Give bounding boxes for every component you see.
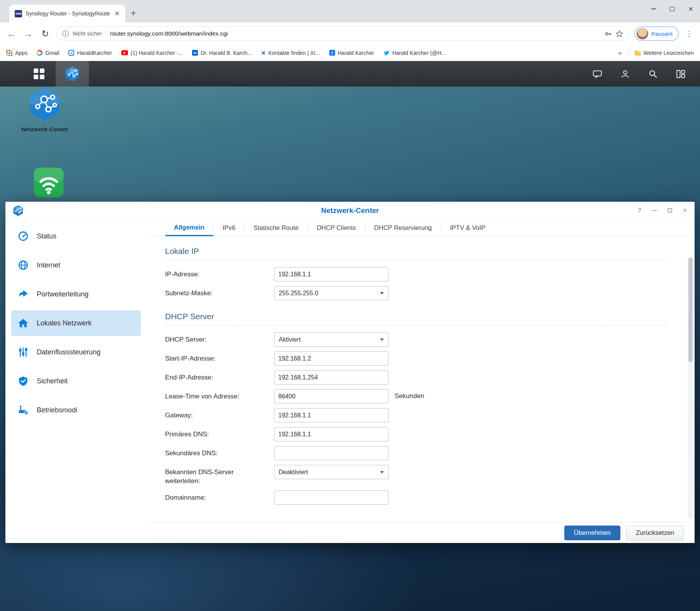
bookmark-xing[interactable]: ✕ Kontakte finden | XI...	[261, 50, 320, 56]
sidebar-item-datenflusssteuerung[interactable]: Datenflusssteuerung	[11, 339, 141, 365]
wifi-shortcut[interactable]	[32, 166, 65, 200]
form-row-start-ip: Start-IP-Adresse:	[165, 351, 668, 366]
bookmark-haraldkarcher[interactable]: HaraldKarcher	[68, 50, 112, 56]
info-icon[interactable]: ⓘ	[62, 29, 69, 38]
help-icon[interactable]: ?	[637, 207, 641, 214]
browser-menu-icon[interactable]: ⋮	[684, 29, 695, 38]
address-bar[interactable]: ⓘ Nicht sicher router.synology.com:8000/…	[56, 26, 629, 41]
url-text[interactable]: router.synology.com:8000/webman/index.cg…	[110, 30, 601, 37]
ip-address-input[interactable]	[274, 267, 388, 281]
sidebar-item-internet[interactable]: Internet	[11, 252, 141, 278]
domain-name-input[interactable]	[274, 490, 388, 505]
chevron-down-icon	[380, 292, 384, 294]
tab-bar: Allgemein IPv6 Statische Route DHCP Clie…	[146, 220, 695, 237]
reload-icon[interactable]: ↻	[39, 29, 51, 39]
search-icon[interactable]	[644, 69, 662, 79]
sidebar-item-label: Betriebsmodi	[37, 406, 77, 414]
close-button[interactable]: ✕	[681, 0, 700, 18]
maximize-icon[interactable]	[668, 208, 672, 213]
form-row-sekundaeres-dns: Sekundäres DNS:	[165, 446, 668, 460]
close-icon[interactable]: ✕	[683, 207, 688, 214]
bookmark-linkedin[interactable]: in Dr. Harald B. Karch...	[192, 50, 252, 56]
tab-dhcp-clients[interactable]: DHCP Clients	[308, 220, 364, 236]
sidebar-item-label: Internet	[37, 261, 60, 269]
user-icon[interactable]	[616, 69, 634, 79]
taskbar-network-center-button[interactable]	[56, 61, 89, 87]
tab-iptv-voip[interactable]: IPTV & VoIP	[441, 220, 494, 236]
bookmark-star-icon[interactable]	[616, 30, 623, 37]
sidebar-item-lokales-netzwerk[interactable]: Lokales Netzwerk	[11, 310, 141, 336]
bookmarks-right: » Weitere Lesezeichen	[618, 49, 694, 57]
select-value: 255.255.255.0	[279, 290, 318, 297]
new-tab-button[interactable]: +	[131, 9, 136, 18]
sidebar-item-sicherheit[interactable]: Sicherheit	[11, 368, 141, 394]
taskbar-tray	[588, 61, 700, 87]
bookmark-label: Weitere Lesezeichen	[644, 50, 694, 56]
other-bookmarks-button[interactable]: Weitere Lesezeichen	[635, 50, 694, 56]
minimize-icon[interactable]	[652, 210, 657, 211]
sidebar-item-label: Status	[37, 232, 56, 240]
window-titlebar[interactable]: Netzwerk-Center ? ✕	[5, 202, 695, 220]
tab-allgemein[interactable]: Allgemein	[165, 220, 213, 236]
dhcp-server-select[interactable]: Aktiviert	[274, 332, 388, 347]
bookmark-youtube[interactable]: (1) Harald Karcher -...	[121, 50, 183, 56]
field-label: Sekundäres DNS:	[165, 446, 274, 458]
tab-statische-route[interactable]: Statische Route	[245, 220, 307, 236]
bookmark-facebook[interactable]: f Harald Karcher	[329, 50, 374, 56]
form-row-gateway: Gateway:	[165, 408, 668, 422]
bookmark-twitter[interactable]: Harald Karcher (@H...	[383, 50, 446, 56]
reset-button[interactable]: Zurücksetzen	[626, 526, 684, 540]
apply-button[interactable]: Übernehmen	[564, 526, 620, 540]
facebook-icon: f	[329, 50, 335, 56]
sidebar-item-betriebsmodi[interactable]: Betriebsmodi	[11, 397, 141, 423]
sidebar-item-label: Datenflusssteuerung	[37, 348, 100, 356]
xing-icon: ✕	[261, 50, 266, 56]
main-menu-button[interactable]	[22, 61, 56, 87]
bookmark-gmail[interactable]: Gmail	[37, 50, 60, 56]
section-title-lokale-ip: Lokale IP	[165, 247, 668, 256]
network-center-shortcut[interactable]: Netzwerk-Center	[11, 87, 79, 133]
widgets-icon[interactable]	[671, 69, 690, 79]
bookmark-apps[interactable]: Apps	[6, 50, 27, 56]
notifications-icon[interactable]	[588, 69, 606, 79]
form-row-ip-adresse: IP-Adresse:	[165, 267, 668, 281]
browser-toolbar: ← → ↻ ⓘ Nicht sicher router.synology.com…	[0, 22, 700, 45]
sync-paused-button[interactable]: Pausiert	[634, 26, 679, 41]
router-modes-icon	[17, 404, 29, 416]
back-icon[interactable]: ←	[5, 29, 17, 39]
bookmark-label: Apps	[15, 50, 27, 56]
browser-tab[interactable]: SRM Synology Router - SynologyRoute ✕	[9, 5, 125, 22]
scrollbar[interactable]	[688, 257, 693, 519]
primary-dns-input[interactable]	[274, 427, 388, 441]
field-label: IP-Adresse:	[165, 267, 274, 279]
forward-icon[interactable]: →	[22, 29, 34, 39]
tab-close-icon[interactable]: ✕	[113, 10, 121, 18]
bookmarks-overflow-chevron[interactable]: »	[618, 49, 622, 57]
content-pane: Allgemein IPv6 Statische Route DHCP Clie…	[146, 220, 695, 543]
start-ip-input[interactable]	[274, 351, 388, 366]
main-menu-icon	[34, 68, 44, 79]
tab-dhcp-reservierung[interactable]: DHCP Reservierung	[365, 220, 441, 236]
forward-dns-select[interactable]: Deaktiviert	[274, 465, 388, 479]
tab-ipv6[interactable]: IPv6	[214, 220, 244, 236]
maximize-button[interactable]	[663, 0, 681, 18]
end-ip-input[interactable]	[274, 370, 388, 385]
gateway-input[interactable]	[274, 408, 388, 422]
sidebar-item-status[interactable]: Status	[11, 223, 141, 249]
shield-icon	[17, 375, 29, 387]
screen: SRM Synology Router - SynologyRoute ✕ + …	[0, 0, 700, 611]
sidebar-item-portweiterleitung[interactable]: Portweiterleitung	[11, 281, 141, 307]
wifi-icon	[32, 166, 65, 199]
minimize-button[interactable]	[644, 0, 663, 18]
form-row-end-ip: End-IP-Adresse:	[165, 370, 668, 385]
secondary-dns-input[interactable]	[274, 446, 388, 460]
field-label: End-IP-Adresse:	[165, 370, 274, 382]
subnet-mask-select[interactable]: 255.255.255.0	[274, 286, 388, 300]
form-row-dhcp-server: DHCP Server: Aktiviert	[165, 332, 668, 347]
key-icon[interactable]	[605, 30, 612, 37]
scrollbar-thumb[interactable]	[688, 258, 693, 362]
lease-time-input[interactable]	[274, 389, 388, 403]
profile-avatar	[637, 28, 648, 39]
security-label: Nicht sicher	[73, 31, 102, 37]
bookmark-label: Gmail	[45, 50, 60, 56]
